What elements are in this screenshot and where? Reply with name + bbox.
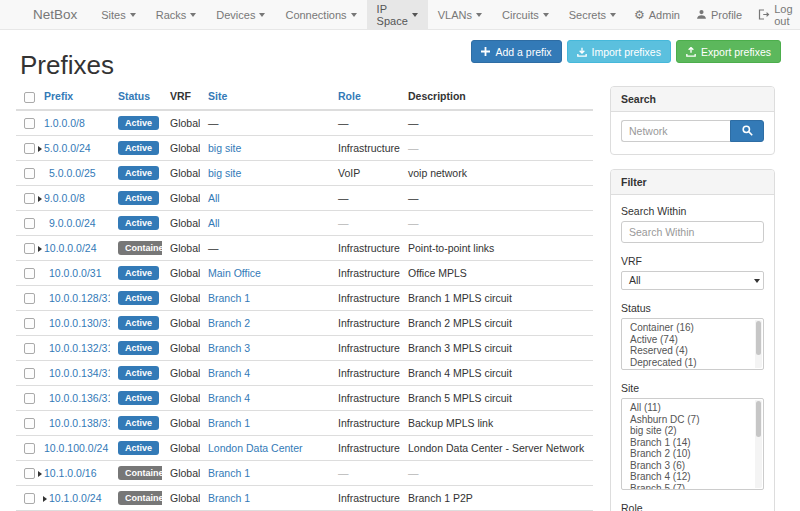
column-header-role[interactable]: Role <box>330 86 400 110</box>
row-checkbox[interactable] <box>24 218 35 229</box>
nav-item-profile[interactable]: Profile <box>688 0 750 29</box>
prefix-link[interactable]: 10.0.0.130/31 <box>49 317 110 329</box>
nav-item-admin[interactable]: ⚙Admin <box>626 0 688 29</box>
status-listbox[interactable]: Container (16)Active (74)Reserved (4)Dep… <box>621 318 764 370</box>
column-header-status[interactable]: Status <box>110 86 162 110</box>
site-cell-link[interactable]: Main Office <box>208 267 261 279</box>
prefix-link[interactable]: 1.0.0.0/8 <box>44 117 85 129</box>
row-checkbox[interactable] <box>24 393 35 404</box>
status-badge: Active <box>118 341 159 355</box>
listbox-option[interactable]: Branch 3 (6) <box>622 460 763 472</box>
listbox-option[interactable]: Active (74) <box>622 334 763 346</box>
vrf-cell: Global <box>162 210 200 235</box>
site-cell-link[interactable]: Branch 1 <box>208 467 250 479</box>
search-input[interactable] <box>621 120 730 142</box>
scrollbar-thumb[interactable] <box>756 401 761 437</box>
prefix-link[interactable]: 10.0.0.0/31 <box>49 267 102 279</box>
scrollbar[interactable] <box>755 320 762 368</box>
listbox-option[interactable]: Branch 4 (12) <box>622 471 763 483</box>
prefix-link[interactable]: 5.0.0.0/25 <box>49 167 96 179</box>
search-within-input[interactable] <box>621 221 764 243</box>
prefix-link[interactable]: 10.0.0.132/31 <box>49 342 110 354</box>
site-cell-link[interactable]: Branch 4 <box>208 392 250 404</box>
nav-item-vlans[interactable]: VLANs <box>428 0 492 29</box>
plus-icon <box>481 47 490 56</box>
column-header-prefix[interactable]: Prefix <box>36 86 110 110</box>
listbox-option[interactable]: Ashburn DC (7) <box>622 414 763 426</box>
prefix-cell: 9.0.0.0/8 <box>36 185 110 210</box>
row-checkbox[interactable] <box>24 443 35 454</box>
table-row: 1.0.0.0/8ActiveGlobal——— <box>16 110 593 136</box>
row-checkbox[interactable] <box>24 293 35 304</box>
nav-item-circuits[interactable]: Circuits <box>492 0 559 29</box>
site-cell-link[interactable]: All <box>208 217 220 229</box>
site-cell-link[interactable]: Branch 1 <box>208 492 250 504</box>
select-all-checkbox[interactable] <box>24 92 35 103</box>
nav-item-secrets[interactable]: Secrets <box>559 0 626 29</box>
listbox-option[interactable]: Deprecated (1) <box>622 357 763 369</box>
row-checkbox[interactable] <box>24 343 35 354</box>
prefix-link[interactable]: 10.1.0.0/24 <box>49 492 102 504</box>
scrollbar[interactable] <box>755 400 762 488</box>
row-checkbox[interactable] <box>24 118 35 129</box>
site-cell-link[interactable]: Branch 4 <box>208 367 250 379</box>
status-cell: Active <box>110 360 162 385</box>
row-checkbox[interactable] <box>24 468 35 479</box>
vrf-select[interactable]: All <box>621 271 764 290</box>
add-prefix-button[interactable]: Add a prefix <box>471 40 561 63</box>
site-cell-link[interactable]: Branch 1 <box>208 417 250 429</box>
nav-item-ip-space[interactable]: IP Space <box>367 0 428 29</box>
export-prefixes-button[interactable]: Export prefixes <box>676 40 781 63</box>
site-cell-link[interactable]: All <box>208 192 220 204</box>
nav-item-devices[interactable]: Devices <box>206 0 275 29</box>
prefix-link[interactable]: 9.0.0.0/8 <box>44 192 85 204</box>
prefix-link[interactable]: 10.0.0.128/31 <box>49 292 110 304</box>
role-label: Role <box>621 502 764 511</box>
listbox-option[interactable]: Branch 2 (10) <box>622 448 763 460</box>
site-cell-link[interactable]: Branch 2 <box>208 317 250 329</box>
listbox-option[interactable]: Branch 5 (7) <box>622 483 763 491</box>
row-checkbox[interactable] <box>24 143 35 154</box>
brand-logo[interactable]: NetBox <box>0 0 91 29</box>
listbox-option[interactable]: All (11) <box>622 402 763 414</box>
prefix-link[interactable]: 10.0.0.0/24 <box>44 242 97 254</box>
prefix-link[interactable]: 10.0.100.0/24 <box>44 442 108 454</box>
site-cell-link[interactable]: Branch 3 <box>208 342 250 354</box>
prefix-link[interactable]: 10.1.0.0/16 <box>44 467 97 479</box>
prefix-link[interactable]: 10.0.0.136/31 <box>49 392 110 404</box>
description-cell: voip network <box>400 160 593 185</box>
row-checkbox[interactable] <box>24 493 35 504</box>
row-checkbox[interactable] <box>24 368 35 379</box>
prefix-link[interactable]: 5.0.0.0/24 <box>44 142 91 154</box>
prefix-link[interactable]: 9.0.0.0/24 <box>49 217 96 229</box>
row-checkbox[interactable] <box>24 418 35 429</box>
site-cell-link[interactable]: Branch 1 <box>208 292 250 304</box>
site-cell-link[interactable]: big site <box>208 142 241 154</box>
nav-item-log-out[interactable]: Log out <box>750 0 800 29</box>
listbox-option[interactable]: Branch 1 (14) <box>622 437 763 449</box>
listbox-option[interactable]: Container (16) <box>622 322 763 334</box>
column-header-site[interactable]: Site <box>200 86 330 110</box>
prefix-link[interactable]: 10.0.0.134/31 <box>49 367 110 379</box>
row-checkbox[interactable] <box>24 168 35 179</box>
row-checkbox[interactable] <box>24 318 35 329</box>
scrollbar-thumb[interactable] <box>756 321 761 355</box>
prefix-table: PrefixStatusVRFSiteRoleDescription 1.0.0… <box>16 86 593 511</box>
nav-item-connections[interactable]: Connections <box>275 0 366 29</box>
listbox-option[interactable]: big site (2) <box>622 425 763 437</box>
import-prefixes-button[interactable]: Import prefixes <box>567 40 671 63</box>
table-row: 10.0.0.0/31ActiveGlobalMain OfficeInfras… <box>16 260 593 285</box>
row-checkbox[interactable] <box>24 243 35 254</box>
nav-item-sites[interactable]: Sites <box>91 0 145 29</box>
site-cell-link[interactable]: big site <box>208 167 241 179</box>
site-cell: big site <box>200 135 330 160</box>
nav-item-racks[interactable]: Racks <box>146 0 207 29</box>
row-checkbox[interactable] <box>24 268 35 279</box>
site-cell-link[interactable]: London Data Center <box>208 442 303 454</box>
search-button[interactable] <box>730 120 764 142</box>
listbox-option[interactable]: Reserved (4) <box>622 345 763 357</box>
row-checkbox[interactable] <box>24 193 35 204</box>
site-listbox[interactable]: All (11)Ashburn DC (7)big site (2)Branch… <box>621 398 764 490</box>
description-cell: — <box>400 110 593 136</box>
prefix-link[interactable]: 10.0.0.138/31 <box>49 417 110 429</box>
